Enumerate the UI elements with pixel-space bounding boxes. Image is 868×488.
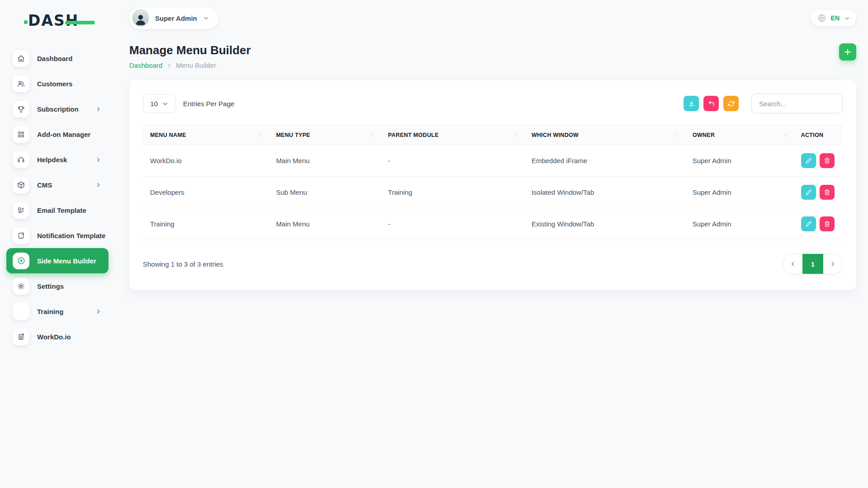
sidebar-item-cms[interactable]: CMS xyxy=(6,172,108,197)
layout-icon xyxy=(13,202,29,219)
search-input[interactable] xyxy=(751,94,843,113)
cell-parent-module: - xyxy=(381,208,524,240)
cell-owner: Super Admin xyxy=(685,177,794,208)
sidebar-item-email-template[interactable]: Email Template xyxy=(6,197,108,223)
pagination-next-button[interactable] xyxy=(823,254,842,274)
column-header-parent-module[interactable]: PARENT MODULE↑↓ xyxy=(381,126,524,145)
pagination-prev-button[interactable] xyxy=(783,254,802,274)
cell-menu-type: Sub Menu xyxy=(269,177,381,208)
edit-button[interactable] xyxy=(801,216,816,231)
breadcrumb-current: Menu Builder xyxy=(176,61,216,69)
sidebar-item-notification-template[interactable]: Notification Template xyxy=(6,223,108,248)
chevron-down-icon xyxy=(162,101,168,107)
sidebar-item-workdo[interactable]: WorkDo.io xyxy=(6,324,108,349)
column-header-owner[interactable]: OWNER↑↓ xyxy=(685,126,794,145)
chevron-left-icon xyxy=(790,261,796,267)
pagination-page-1[interactable]: 1 xyxy=(802,254,823,274)
sidebar-item-training[interactable]: Training xyxy=(6,299,108,324)
chevron-down-icon xyxy=(203,15,209,21)
undo-icon xyxy=(708,100,715,107)
globe-icon xyxy=(817,14,826,23)
sidebar-item-addon-manager[interactable]: Add-on Manager xyxy=(6,122,108,147)
sort-icon: ↑↓ xyxy=(784,133,787,138)
cell-which-window: Isolated Window/Tab xyxy=(524,177,685,208)
refresh-icon xyxy=(728,100,735,107)
brand-logo[interactable]: DASH xyxy=(28,12,79,29)
column-header-menu-name[interactable]: MENU NAME↑↓ xyxy=(143,126,269,145)
toolbar-actions xyxy=(684,94,843,113)
sidebar-item-customers[interactable]: Customers xyxy=(6,71,108,96)
menu-builder-card: 10 Entries Per Page xyxy=(129,80,856,290)
pagination: 1 xyxy=(783,253,843,274)
edit-button[interactable] xyxy=(801,153,816,168)
trophy-icon xyxy=(13,101,29,117)
delete-button[interactable] xyxy=(820,185,835,200)
user-menu[interactable]: Super Admin xyxy=(129,7,218,29)
document-edit-icon xyxy=(13,328,29,345)
delete-button[interactable] xyxy=(820,216,835,231)
export-button[interactable] xyxy=(684,96,699,111)
avatar xyxy=(132,9,149,27)
undo-button[interactable] xyxy=(703,96,719,111)
cell-which-window: Existing Window/Tab xyxy=(524,208,685,240)
breadcrumb-dashboard-link[interactable]: Dashboard xyxy=(129,61,162,69)
sidebar-item-side-menu-builder[interactable]: Side Menu Builder xyxy=(6,248,108,273)
row-actions xyxy=(801,185,835,200)
logo-accent-bar xyxy=(65,21,95,24)
sidebar-item-subscription[interactable]: Subscription xyxy=(6,96,108,122)
sidebar-item-label: Subscription xyxy=(37,105,79,113)
gear-icon xyxy=(13,278,29,295)
sidebar-nav: Dashboard Customers Subscription xyxy=(0,46,114,349)
logo-accent-dot xyxy=(24,20,28,24)
sidebar-item-label: Email Template xyxy=(37,206,86,214)
package-icon xyxy=(13,177,29,193)
language-selector[interactable]: EN xyxy=(811,10,856,26)
sidebar-item-label: Helpdesk xyxy=(37,156,67,164)
trash-icon xyxy=(824,189,830,195)
table-row: Training Main Menu - Existing Window/Tab… xyxy=(143,208,843,240)
column-header-which-window[interactable]: WHICH WINDOW↑↓ xyxy=(524,126,685,145)
sidebar-item-label: Dashboard xyxy=(37,55,72,62)
sidebar-item-settings[interactable]: Settings xyxy=(6,273,108,299)
sidebar-item-label: Side Menu Builder xyxy=(37,257,96,265)
cell-owner: Super Admin xyxy=(685,145,794,177)
edit-button[interactable] xyxy=(801,185,816,200)
sort-icon: ↑↓ xyxy=(259,133,262,138)
plus-circle-icon xyxy=(13,253,29,269)
column-header-action: ACTION xyxy=(794,126,843,145)
cell-menu-name: Training xyxy=(143,208,269,240)
plus-icon xyxy=(843,47,852,56)
headset-icon xyxy=(13,151,29,168)
sidebar-item-helpdesk[interactable]: Helpdesk xyxy=(6,147,108,172)
blank-icon xyxy=(13,303,29,320)
table-row: Developers Sub Menu Training Isolated Wi… xyxy=(143,177,843,208)
user-name: Super Admin xyxy=(155,14,197,22)
chevron-right-icon xyxy=(830,261,836,267)
column-header-menu-type[interactable]: MENU TYPE↑↓ xyxy=(269,126,381,145)
cell-parent-module: - xyxy=(381,145,524,177)
showing-entries-text: Showing 1 to 3 of 3 entries xyxy=(143,260,223,268)
entries-per-page-label: Entries Per Page xyxy=(183,100,234,108)
trash-icon xyxy=(824,221,830,227)
main-content: Super Admin EN Manage Menu Builder Das xyxy=(114,0,868,488)
page-header: Manage Menu Builder Dashboard Menu Build… xyxy=(129,43,856,69)
grid-icon xyxy=(13,126,29,143)
chevron-right-icon xyxy=(166,63,172,68)
refresh-button[interactable] xyxy=(723,96,739,111)
table-row: WorkDo.io Main Menu - Embedded iFrame Su… xyxy=(143,145,843,177)
cell-parent-module: Training xyxy=(381,177,524,208)
topbar: Super Admin EN xyxy=(129,5,856,31)
sidebar-item-label: CMS xyxy=(37,181,52,189)
add-menu-button[interactable] xyxy=(839,43,856,61)
sort-icon: ↑↓ xyxy=(675,133,678,138)
entries-per-page-select[interactable]: 10 xyxy=(143,94,175,113)
sidebar-item-dashboard[interactable]: Dashboard xyxy=(6,46,108,71)
cell-menu-name: WorkDo.io xyxy=(143,145,269,177)
sidebar-item-label: Add-on Manager xyxy=(37,131,90,138)
menu-builder-table: MENU NAME↑↓ MENU TYPE↑↓ PARENT MODULE↑↓ … xyxy=(143,125,843,240)
delete-button[interactable] xyxy=(820,153,835,168)
row-actions xyxy=(801,216,835,231)
cell-menu-type: Main Menu xyxy=(269,208,381,240)
download-icon xyxy=(688,100,695,107)
pencil-icon xyxy=(806,189,811,195)
